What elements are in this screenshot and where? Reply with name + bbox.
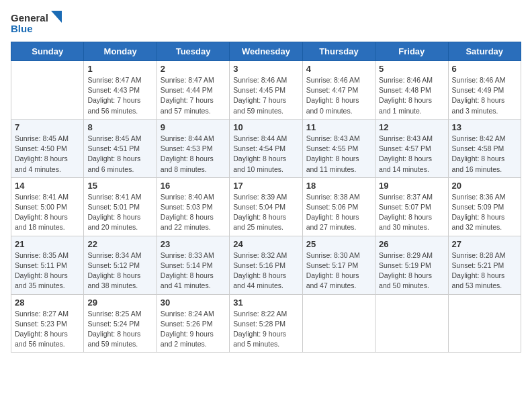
- calendar-cell: 21Sunrise: 8:35 AM Sunset: 5:11 PM Dayli…: [11, 236, 84, 294]
- day-info: Sunrise: 8:42 AM Sunset: 4:58 PM Dayligh…: [452, 134, 517, 175]
- calendar-cell: [302, 294, 375, 353]
- calendar-cell: 12Sunrise: 8:43 AM Sunset: 4:57 PM Dayli…: [375, 119, 448, 177]
- calendar-cell: 11Sunrise: 8:43 AM Sunset: 4:55 PM Dayli…: [302, 119, 375, 177]
- day-info: Sunrise: 8:29 AM Sunset: 5:19 PM Dayligh…: [379, 250, 444, 291]
- day-info: Sunrise: 8:38 AM Sunset: 5:06 PM Dayligh…: [306, 192, 371, 233]
- day-info: Sunrise: 8:36 AM Sunset: 5:09 PM Dayligh…: [452, 192, 517, 233]
- calendar-cell: 8Sunrise: 8:45 AM Sunset: 4:51 PM Daylig…: [84, 119, 157, 177]
- logo: GeneralBlue: [11, 11, 64, 35]
- header-monday: Monday: [84, 42, 157, 61]
- calendar-cell: [11, 61, 84, 120]
- day-info: Sunrise: 8:27 AM Sunset: 5:23 PM Dayligh…: [15, 309, 80, 350]
- day-info: Sunrise: 8:44 AM Sunset: 4:53 PM Dayligh…: [161, 134, 226, 175]
- day-info: Sunrise: 8:33 AM Sunset: 5:14 PM Dayligh…: [161, 250, 226, 291]
- calendar-week-row: 14Sunrise: 8:41 AM Sunset: 5:00 PM Dayli…: [11, 177, 521, 236]
- calendar-cell: 13Sunrise: 8:42 AM Sunset: 4:58 PM Dayli…: [448, 119, 521, 177]
- header-wednesday: Wednesday: [230, 42, 302, 61]
- day-number: 27: [452, 239, 517, 249]
- day-number: 9: [161, 122, 226, 132]
- day-info: Sunrise: 8:39 AM Sunset: 5:04 PM Dayligh…: [233, 192, 298, 233]
- day-number: 11: [306, 122, 371, 132]
- day-info: Sunrise: 8:46 AM Sunset: 4:47 PM Dayligh…: [306, 75, 371, 116]
- day-info: Sunrise: 8:43 AM Sunset: 4:55 PM Dayligh…: [306, 134, 371, 175]
- day-info: Sunrise: 8:46 AM Sunset: 4:45 PM Dayligh…: [233, 75, 298, 116]
- calendar-cell: 10Sunrise: 8:44 AM Sunset: 4:54 PM Dayli…: [230, 119, 302, 177]
- day-info: Sunrise: 8:46 AM Sunset: 4:49 PM Dayligh…: [452, 75, 517, 116]
- day-info: Sunrise: 8:45 AM Sunset: 4:50 PM Dayligh…: [15, 134, 80, 175]
- calendar-table: SundayMondayTuesdayWednesdayThursdayFrid…: [11, 42, 521, 353]
- day-number: 19: [379, 181, 444, 191]
- day-number: 29: [87, 298, 152, 308]
- calendar-cell: 15Sunrise: 8:41 AM Sunset: 5:01 PM Dayli…: [84, 177, 157, 236]
- calendar-cell: 31Sunrise: 8:22 AM Sunset: 5:28 PM Dayli…: [230, 294, 302, 353]
- day-info: Sunrise: 8:37 AM Sunset: 5:07 PM Dayligh…: [379, 192, 444, 233]
- calendar-cell: 7Sunrise: 8:45 AM Sunset: 4:50 PM Daylig…: [11, 119, 84, 177]
- day-number: 15: [87, 181, 152, 191]
- day-number: 1: [87, 64, 152, 74]
- day-number: 8: [87, 122, 152, 132]
- calendar-week-row: 28Sunrise: 8:27 AM Sunset: 5:23 PM Dayli…: [11, 294, 521, 353]
- calendar-cell: 22Sunrise: 8:34 AM Sunset: 5:12 PM Dayli…: [84, 236, 157, 294]
- day-info: Sunrise: 8:45 AM Sunset: 4:51 PM Dayligh…: [87, 134, 152, 175]
- calendar-cell: 16Sunrise: 8:40 AM Sunset: 5:03 PM Dayli…: [157, 177, 229, 236]
- day-info: Sunrise: 8:41 AM Sunset: 5:01 PM Dayligh…: [87, 192, 152, 233]
- day-number: 12: [379, 122, 444, 132]
- day-number: 24: [233, 239, 298, 249]
- day-number: 25: [306, 239, 371, 249]
- calendar-week-row: 7Sunrise: 8:45 AM Sunset: 4:50 PM Daylig…: [11, 119, 521, 177]
- day-info: Sunrise: 8:35 AM Sunset: 5:11 PM Dayligh…: [15, 250, 80, 291]
- day-number: 16: [161, 181, 226, 191]
- day-number: 30: [161, 298, 226, 308]
- calendar-week-row: 21Sunrise: 8:35 AM Sunset: 5:11 PM Dayli…: [11, 236, 521, 294]
- day-number: 7: [15, 122, 80, 132]
- day-info: Sunrise: 8:41 AM Sunset: 5:00 PM Dayligh…: [15, 192, 80, 233]
- day-number: 20: [452, 181, 517, 191]
- calendar-cell: 14Sunrise: 8:41 AM Sunset: 5:00 PM Dayli…: [11, 177, 84, 236]
- svg-text:General: General: [11, 12, 48, 24]
- day-number: 10: [233, 122, 298, 132]
- day-info: Sunrise: 8:34 AM Sunset: 5:12 PM Dayligh…: [87, 250, 152, 291]
- day-info: Sunrise: 8:47 AM Sunset: 4:43 PM Dayligh…: [87, 75, 152, 116]
- day-number: 5: [379, 64, 444, 74]
- calendar-cell: [375, 294, 448, 353]
- logo-svg: GeneralBlue: [11, 11, 64, 35]
- calendar-cell: 5Sunrise: 8:46 AM Sunset: 4:48 PM Daylig…: [375, 61, 448, 120]
- header-friday: Friday: [375, 42, 448, 61]
- day-info: Sunrise: 8:47 AM Sunset: 4:44 PM Dayligh…: [161, 75, 226, 116]
- day-info: Sunrise: 8:32 AM Sunset: 5:16 PM Dayligh…: [233, 250, 298, 291]
- calendar-cell: 30Sunrise: 8:24 AM Sunset: 5:26 PM Dayli…: [157, 294, 229, 353]
- day-info: Sunrise: 8:30 AM Sunset: 5:17 PM Dayligh…: [306, 250, 371, 291]
- day-info: Sunrise: 8:25 AM Sunset: 5:24 PM Dayligh…: [87, 309, 152, 350]
- day-info: Sunrise: 8:43 AM Sunset: 4:57 PM Dayligh…: [379, 134, 444, 175]
- calendar-cell: 4Sunrise: 8:46 AM Sunset: 4:47 PM Daylig…: [302, 61, 375, 120]
- day-number: 6: [452, 64, 517, 74]
- calendar-cell: 1Sunrise: 8:47 AM Sunset: 4:43 PM Daylig…: [84, 61, 157, 120]
- day-number: 28: [15, 298, 80, 308]
- page-header: GeneralBlue: [11, 11, 521, 35]
- header-saturday: Saturday: [448, 42, 521, 61]
- header-tuesday: Tuesday: [157, 42, 229, 61]
- calendar-cell: 25Sunrise: 8:30 AM Sunset: 5:17 PM Dayli…: [302, 236, 375, 294]
- calendar-cell: 20Sunrise: 8:36 AM Sunset: 5:09 PM Dayli…: [448, 177, 521, 236]
- day-number: 14: [15, 181, 80, 191]
- day-number: 3: [233, 64, 298, 74]
- calendar-week-row: 1Sunrise: 8:47 AM Sunset: 4:43 PM Daylig…: [11, 61, 521, 120]
- day-info: Sunrise: 8:22 AM Sunset: 5:28 PM Dayligh…: [233, 309, 298, 350]
- day-number: 26: [379, 239, 444, 249]
- calendar-cell: 17Sunrise: 8:39 AM Sunset: 5:04 PM Dayli…: [230, 177, 302, 236]
- day-number: 13: [452, 122, 517, 132]
- calendar-cell: 18Sunrise: 8:38 AM Sunset: 5:06 PM Dayli…: [302, 177, 375, 236]
- calendar-cell: 2Sunrise: 8:47 AM Sunset: 4:44 PM Daylig…: [157, 61, 229, 120]
- day-number: 17: [233, 181, 298, 191]
- header-thursday: Thursday: [302, 42, 375, 61]
- day-info: Sunrise: 8:24 AM Sunset: 5:26 PM Dayligh…: [161, 309, 226, 350]
- day-number: 2: [161, 64, 226, 74]
- day-number: 21: [15, 239, 80, 249]
- calendar-cell: 29Sunrise: 8:25 AM Sunset: 5:24 PM Dayli…: [84, 294, 157, 353]
- day-number: 31: [233, 298, 298, 308]
- calendar-cell: 28Sunrise: 8:27 AM Sunset: 5:23 PM Dayli…: [11, 294, 84, 353]
- svg-marker-2: [51, 11, 62, 23]
- svg-text:Blue: Blue: [11, 23, 33, 34]
- calendar-cell: 19Sunrise: 8:37 AM Sunset: 5:07 PM Dayli…: [375, 177, 448, 236]
- day-info: Sunrise: 8:40 AM Sunset: 5:03 PM Dayligh…: [161, 192, 226, 233]
